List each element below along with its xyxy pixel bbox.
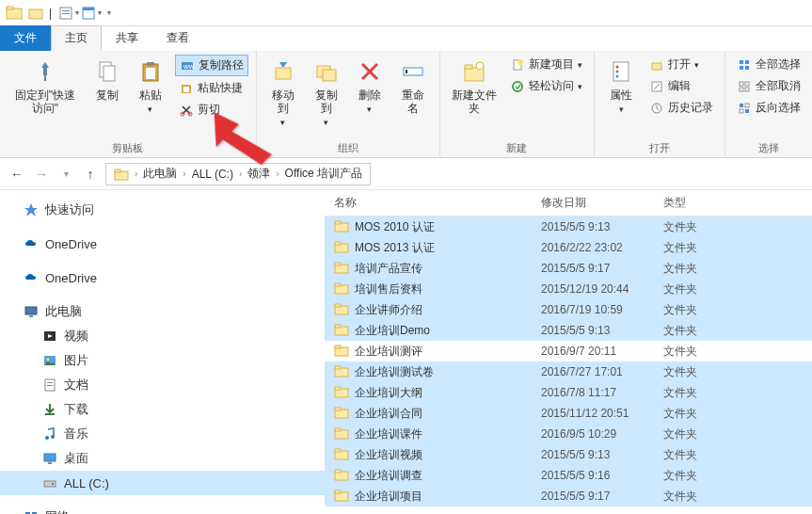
file-name-label: 培训产品宣传 — [355, 261, 422, 277]
qat-new-folder-icon[interactable] — [26, 3, 47, 24]
file-row[interactable]: MOS 2010 认证2015/5/5 9:13文件夹 — [325, 217, 812, 237]
file-row[interactable]: 企业培训测评2016/9/7 20:11文件夹 — [325, 341, 812, 361]
file-row[interactable]: 企业讲师介绍2016/7/19 10:59文件夹 — [325, 299, 812, 320]
desktop-icon — [41, 450, 58, 467]
file-type-cell: 文件夹 — [663, 344, 739, 360]
nav-downloads[interactable]: 下载 — [0, 397, 325, 422]
file-name-cell: 企业讲师介绍 — [325, 301, 541, 319]
file-row[interactable]: 企业培训测试卷2016/7/27 17:01文件夹 — [325, 361, 812, 382]
nav-documents[interactable]: 文档 — [0, 373, 325, 397]
chevron-right-icon[interactable]: › — [181, 169, 187, 179]
copy-path-button[interactable]: www 复制路径 — [175, 55, 248, 76]
nav-quick-access[interactable]: 快速访问 — [0, 198, 325, 222]
column-header-type[interactable]: 类型 — [663, 195, 739, 211]
column-header-date[interactable]: 修改日期 — [541, 195, 663, 211]
breadcrumb-item[interactable]: ALL (C:) — [188, 168, 237, 181]
svg-rect-87 — [335, 387, 341, 390]
chevron-right-icon[interactable]: › — [133, 169, 139, 179]
file-date-cell: 2015/5/5 9:17 — [541, 490, 663, 503]
quick-access-toolbar: | ▾ ▾ ▾ — [0, 3, 115, 24]
copy-to-button[interactable]: 复制到▾ — [308, 55, 345, 131]
tab-view[interactable]: 查看 — [152, 25, 203, 51]
svg-point-27 — [476, 62, 484, 70]
open-button[interactable]: 打开 ▾ — [645, 55, 717, 74]
cut-button[interactable]: 剪切 — [175, 100, 248, 120]
file-row[interactable]: 企业培训调查2015/5/5 9:16文件夹 — [325, 465, 812, 486]
address-row: ← → ▾ ↑ › 此电脑 › ALL (C:) › 领津 › Office 培… — [0, 158, 812, 190]
nav-music[interactable]: 音乐 — [0, 422, 325, 446]
svg-rect-24 — [406, 70, 407, 73]
file-name-cell: 企业培训Demo — [325, 322, 541, 340]
qat-properties-icon[interactable]: ▾ — [58, 3, 79, 24]
svg-rect-83 — [335, 345, 341, 348]
folder-icon — [334, 260, 349, 278]
address-bar[interactable]: › 此电脑 › ALL (C:) › 领津 › Office 培训产品 — [105, 163, 371, 185]
content-pane: 名称 修改日期 类型 MOS 2010 认证2015/5/5 9:13文件夹MO… — [325, 190, 812, 514]
file-row[interactable]: 培训产品宣传2015/5/5 9:17文件夹 — [325, 258, 812, 279]
back-button[interactable]: ← — [8, 165, 26, 184]
up-button[interactable]: ↑ — [81, 165, 100, 184]
nav-network[interactable]: 网络 — [0, 505, 325, 514]
nav-videos[interactable]: 视频 — [0, 324, 325, 348]
breadcrumb-item[interactable]: Office 培训产品 — [281, 166, 366, 182]
new-folder-button[interactable]: 新建文件夹 — [448, 55, 501, 117]
select-none-button[interactable]: 全部取消 — [733, 76, 804, 96]
documents-icon — [41, 377, 58, 394]
nav-onedrive[interactable]: OneDrive — [0, 265, 325, 290]
file-row[interactable]: 培训售后资料2015/12/19 20:44文件夹 — [325, 279, 812, 299]
move-to-button[interactable]: 移动到▾ — [264, 55, 302, 131]
svg-rect-42 — [740, 82, 743, 86]
paste-button[interactable]: 粘贴▾ — [132, 55, 169, 118]
onedrive-icon — [23, 235, 40, 252]
properties-button[interactable]: 属性▾ — [602, 55, 640, 118]
chevron-right-icon[interactable]: › — [237, 169, 244, 179]
file-name-label: 企业培训合同 — [355, 406, 422, 422]
nav-desktop[interactable]: 桌面 — [0, 446, 325, 471]
file-row[interactable]: 企业培训Demo2015/5/5 9:13文件夹 — [325, 320, 812, 341]
column-header-name[interactable]: 名称 — [325, 195, 541, 211]
chevron-right-icon[interactable]: › — [274, 169, 280, 179]
svg-point-32 — [616, 66, 619, 69]
folder-icon — [334, 384, 349, 402]
edit-button[interactable]: 编辑 — [645, 76, 717, 96]
file-row[interactable]: 企业培训视频2015/5/5 9:13文件夹 — [325, 444, 812, 465]
new-item-button[interactable]: 新建项目 ▾ — [506, 55, 586, 74]
select-none-icon — [737, 79, 752, 94]
recent-locations-button[interactable]: ▾ — [56, 165, 75, 184]
qat-dropdown-icon[interactable]: ▾ — [107, 8, 111, 17]
file-row[interactable]: MOS 2013 认证2016/2/22 23:02文件夹 — [325, 237, 812, 258]
breadcrumb-item[interactable]: 领津 — [244, 166, 274, 182]
nav-pictures[interactable]: 图片 — [0, 348, 325, 373]
file-row[interactable]: 企业培训大纲2016/7/8 11:17文件夹 — [325, 382, 812, 403]
svg-rect-4 — [62, 10, 70, 11]
nav-onedrive[interactable]: OneDrive — [0, 232, 325, 256]
tab-home[interactable]: 主页 — [51, 25, 102, 51]
file-name-cell: MOS 2010 认证 — [325, 218, 541, 236]
invert-selection-button[interactable]: 反向选择 — [733, 98, 804, 118]
paste-shortcut-button[interactable]: 粘贴快捷 — [175, 78, 248, 98]
easy-access-button[interactable]: 轻松访问 ▾ — [506, 76, 586, 96]
rename-button[interactable]: 重命名 — [394, 55, 432, 117]
tab-file[interactable]: 文件 — [0, 25, 51, 51]
svg-rect-77 — [335, 283, 341, 286]
file-row[interactable]: 企业培训合同2015/11/12 20:51文件夹 — [325, 403, 812, 424]
pin-to-quick-access-button[interactable]: 固定到"快速访问" — [8, 55, 83, 117]
breadcrumb-item[interactable]: 此电脑 — [139, 166, 181, 182]
forward-button[interactable]: → — [32, 165, 51, 184]
svg-rect-48 — [740, 109, 743, 113]
nav-all-c[interactable]: ALL (C:) — [0, 471, 325, 495]
delete-button[interactable]: 删除▾ — [351, 55, 389, 118]
nav-this-pc[interactable]: 此电脑 — [0, 299, 325, 324]
tab-share[interactable]: 共享 — [102, 25, 152, 51]
file-row[interactable]: 企业培训项目2015/5/5 9:17文件夹 — [325, 486, 812, 506]
qat-separator: | — [49, 7, 56, 20]
svg-rect-40 — [740, 66, 743, 70]
folder-icon — [334, 322, 349, 340]
copy-button[interactable]: 复制 — [88, 55, 126, 104]
ribbon-tabs: 文件 主页 共享 查看 — [0, 26, 812, 51]
file-row[interactable]: 企业培训课件2016/9/5 10:29文件夹 — [325, 424, 812, 444]
select-all-button[interactable]: 全部选择 — [733, 55, 804, 74]
history-button[interactable]: 历史记录 — [645, 98, 717, 118]
qat-customize-icon[interactable]: ▾ — [81, 3, 102, 24]
star-icon — [23, 201, 40, 218]
